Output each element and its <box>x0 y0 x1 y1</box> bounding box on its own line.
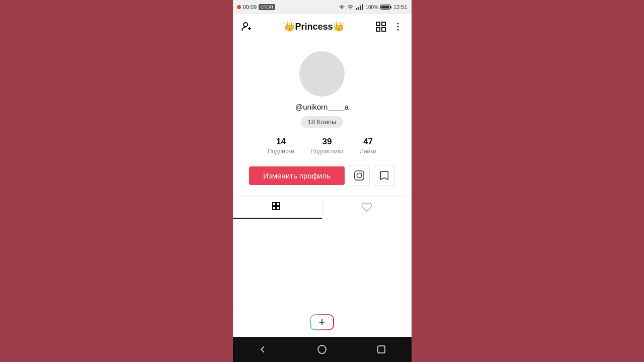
header-icons <box>375 21 404 32</box>
profile-username-header: 👑Princess👑 <box>284 21 344 32</box>
svg-point-9 <box>397 29 398 30</box>
status-time-left: 00:09 <box>243 4 257 10</box>
status-right: 👁 100% 13:51 <box>339 4 407 11</box>
create-btn-area: + <box>233 307 412 337</box>
stat-followers[interactable]: 39 Подписчики <box>310 137 344 155</box>
stats-row: 14 Подписки 39 Подписчики 47 Лайки <box>268 137 376 155</box>
username: @unikorn____a <box>295 103 349 111</box>
stat-following-label: Подписки <box>268 148 294 155</box>
grid-icon-button[interactable] <box>375 21 386 32</box>
svg-rect-15 <box>273 207 276 210</box>
tab-liked[interactable] <box>323 197 412 219</box>
app-header: 👑Princess👑 <box>233 14 412 39</box>
stat-likes-label: Лайки <box>360 148 376 155</box>
more-options-button[interactable] <box>392 21 404 32</box>
svg-point-7 <box>397 23 398 24</box>
status-left: 00:09 СТОП <box>237 4 275 10</box>
stat-followers-num: 39 <box>323 137 332 147</box>
actions-row: Изменить профиль <box>249 165 395 186</box>
add-user-button[interactable] <box>241 21 253 33</box>
stat-following[interactable]: 14 Подписки <box>268 137 294 155</box>
edit-profile-button[interactable]: Изменить профиль <box>249 166 345 185</box>
bookmark-button[interactable] <box>374 165 395 186</box>
tabs-row <box>233 196 412 219</box>
svg-rect-13 <box>273 203 276 206</box>
stat-following-num: 14 <box>276 137 286 147</box>
battery-icon <box>380 5 391 10</box>
avatar <box>299 51 345 97</box>
svg-point-17 <box>318 345 326 353</box>
instagram-button[interactable] <box>349 165 370 186</box>
wifi-icon <box>347 4 354 11</box>
svg-rect-14 <box>277 203 280 206</box>
svg-rect-10 <box>355 171 364 180</box>
stat-likes[interactable]: 47 Лайки <box>360 137 376 155</box>
eye-icon: 👁 <box>339 4 345 10</box>
svg-point-12 <box>361 172 362 173</box>
svg-point-11 <box>357 173 361 177</box>
svg-rect-18 <box>378 346 385 353</box>
svg-rect-4 <box>382 22 385 26</box>
back-button[interactable] <box>258 344 268 354</box>
battery-percent: 100% <box>365 5 378 10</box>
svg-rect-6 <box>382 28 385 31</box>
stop-badge: СТОП <box>259 4 275 10</box>
signal-bars <box>356 4 363 10</box>
stat-likes-num: 47 <box>363 137 373 147</box>
clips-badge[interactable]: 18 Клипы <box>301 116 344 128</box>
svg-rect-16 <box>277 207 280 210</box>
svg-rect-5 <box>376 28 380 31</box>
svg-rect-3 <box>376 22 380 26</box>
status-bar: 00:09 СТОП 👁 100% 13:51 <box>233 0 412 14</box>
bottom-nav <box>233 337 412 362</box>
time-right: 13:51 <box>393 4 408 10</box>
create-btn-label: + <box>319 316 326 329</box>
svg-point-8 <box>397 26 398 27</box>
home-button[interactable] <box>317 344 327 354</box>
create-button[interactable]: + <box>310 314 334 330</box>
svg-point-0 <box>244 23 248 27</box>
recents-button[interactable] <box>376 344 386 354</box>
tab-videos[interactable] <box>233 197 322 219</box>
profile-area: @unikorn____a 18 Клипы 14 Подписки 39 По… <box>233 39 412 307</box>
stat-followers-label: Подписчики <box>310 148 344 155</box>
record-dot <box>237 5 241 9</box>
